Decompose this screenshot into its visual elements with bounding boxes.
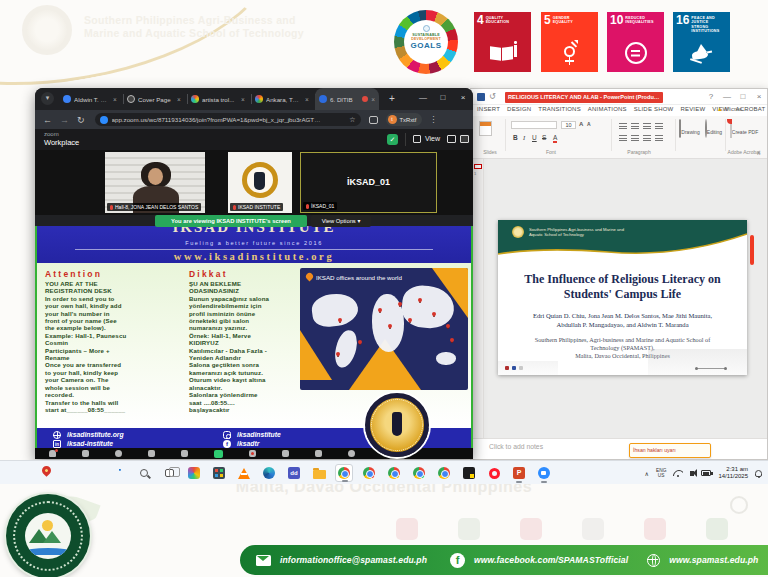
close-tab-icon[interactable]: × bbox=[371, 96, 375, 103]
tab-search-button[interactable]: ▾ bbox=[41, 92, 54, 105]
participant-video-1[interactable]: Hall-8, JONA JEAN DELOS SANTOS bbox=[105, 152, 205, 213]
chrome-profile-5-button[interactable] bbox=[435, 464, 453, 482]
opera-button[interactable] bbox=[485, 464, 503, 482]
ppt-scrollbar-thumb[interactable] bbox=[750, 235, 754, 265]
ppt-minimize-button[interactable]: — bbox=[719, 89, 735, 105]
participants-button[interactable] bbox=[148, 450, 155, 457]
underline-button[interactable]: U bbox=[532, 134, 537, 141]
vlc-button[interactable] bbox=[235, 464, 253, 482]
video-button[interactable] bbox=[82, 450, 89, 457]
powerpoint-button[interactable]: P bbox=[510, 464, 528, 482]
ppt-help-button[interactable]: ? bbox=[703, 89, 719, 105]
view-button[interactable]: View bbox=[425, 135, 440, 142]
strikethrough-button[interactable]: S bbox=[542, 134, 546, 141]
bullets-button[interactable] bbox=[619, 123, 627, 129]
chrome-button-active[interactable] bbox=[335, 464, 353, 482]
tab-5-active[interactable]: 6. DITIB × bbox=[315, 88, 379, 110]
share-screen-button[interactable] bbox=[214, 450, 223, 458]
participant-video-3-active[interactable]: İKSAD_01 İKSAD_01 bbox=[300, 152, 437, 213]
grow-font-button[interactable]: A bbox=[579, 121, 583, 127]
menu-slideshow[interactable]: SLIDE SHOW bbox=[634, 106, 674, 112]
volume-icon[interactable] bbox=[690, 471, 694, 476]
back-button[interactable]: ← bbox=[43, 115, 52, 125]
align-right-button[interactable] bbox=[643, 135, 651, 141]
chat-button[interactable] bbox=[181, 450, 188, 457]
minimize-meeting-icon[interactable] bbox=[447, 135, 456, 143]
slide-authors[interactable]: Edri Quian D. Chiu, Jona Jean M. Delos S… bbox=[498, 312, 747, 329]
record-button[interactable] bbox=[249, 450, 256, 457]
app-dd-button[interactable]: dd bbox=[285, 464, 303, 482]
pinned-widget-icon[interactable] bbox=[40, 464, 53, 477]
battery-icon[interactable] bbox=[701, 470, 711, 476]
search-button[interactable] bbox=[135, 464, 153, 482]
reload-button[interactable]: ↻ bbox=[77, 115, 85, 125]
meeting-security-icon[interactable]: ✓ bbox=[387, 134, 398, 145]
fullscreen-meeting-icon[interactable] bbox=[460, 135, 469, 143]
create-pdf-button[interactable]: Create PDF bbox=[728, 120, 760, 148]
bold-button[interactable]: B bbox=[513, 134, 518, 141]
chrome-profile-4-button[interactable] bbox=[410, 464, 428, 482]
title-slide[interactable]: Southern Philippines Agri-business and M… bbox=[498, 220, 747, 375]
font-color-button[interactable]: A bbox=[553, 134, 557, 143]
browser-menu-button[interactable]: ⋮ bbox=[429, 115, 437, 124]
new-slide-button[interactable] bbox=[479, 121, 492, 136]
ppt-maximize-button[interactable]: □ bbox=[735, 89, 751, 105]
new-tab-button[interactable]: + bbox=[385, 92, 399, 106]
participant-video-2[interactable]: IKSAD INSTITUTE bbox=[228, 152, 292, 213]
ppt-notes-pane[interactable]: Click to add notes İhsan hakları uyarı bbox=[471, 438, 767, 460]
drawing-button[interactable]: Drawing bbox=[678, 120, 701, 148]
collapse-ribbon-button[interactable]: ∧ bbox=[757, 149, 761, 156]
bookmark-star-icon[interactable]: ☆ bbox=[349, 116, 355, 124]
menu-design[interactable]: DESIGN bbox=[507, 106, 531, 112]
wifi-icon[interactable] bbox=[673, 470, 683, 477]
save-icon[interactable] bbox=[477, 93, 485, 101]
justify-button[interactable] bbox=[655, 135, 663, 141]
indent-button[interactable] bbox=[643, 123, 651, 129]
close-tab-icon[interactable]: × bbox=[241, 96, 245, 103]
font-name-box[interactable] bbox=[511, 121, 557, 129]
tab-4[interactable]: Ankara, Turk... × bbox=[251, 88, 315, 110]
apps-button[interactable] bbox=[315, 450, 322, 457]
more-button[interactable] bbox=[348, 450, 355, 457]
chrome-maximize-button[interactable]: □ bbox=[433, 88, 453, 110]
tab-2[interactable]: Cover Page × bbox=[123, 88, 187, 110]
close-tab-icon[interactable]: × bbox=[305, 96, 309, 103]
profile-chip[interactable]: t TxRxtf bbox=[386, 113, 423, 126]
language-indicator[interactable]: ENG US bbox=[656, 468, 666, 479]
slide-title[interactable]: The Influence of Religious Literacy on S… bbox=[498, 272, 747, 302]
italic-button[interactable]: I bbox=[523, 134, 525, 141]
undo-icon[interactable]: ↺ bbox=[489, 92, 496, 101]
task-view-button[interactable] bbox=[160, 464, 178, 482]
align-center-button[interactable] bbox=[631, 135, 639, 141]
menu-review[interactable]: REVIEW bbox=[680, 106, 705, 112]
notes-app-button[interactable] bbox=[460, 464, 478, 482]
mute-button[interactable] bbox=[49, 450, 56, 457]
notification-bell-icon[interactable] bbox=[755, 470, 762, 477]
align-left-button[interactable] bbox=[619, 135, 627, 141]
tab-group-icon[interactable] bbox=[369, 116, 378, 124]
menu-insert[interactable]: INSERT bbox=[477, 106, 500, 112]
file-explorer-button[interactable] bbox=[310, 464, 328, 482]
tab-3[interactable]: artista trol... × bbox=[187, 88, 251, 110]
reactions-button[interactable] bbox=[282, 450, 289, 457]
shrink-font-button[interactable]: A bbox=[587, 121, 591, 127]
chrome-profile-3-button[interactable] bbox=[385, 464, 403, 482]
font-size-box[interactable]: 10 bbox=[561, 121, 576, 129]
close-tab-icon[interactable]: × bbox=[113, 96, 117, 103]
photos-app-button[interactable] bbox=[185, 464, 203, 482]
tab-1[interactable]: Aldwin T. M... × bbox=[59, 88, 123, 110]
chrome-minimize-button[interactable]: — bbox=[413, 88, 433, 110]
office-app-button[interactable] bbox=[210, 464, 228, 482]
forward-button[interactable]: → bbox=[60, 115, 69, 125]
line-spacing-button[interactable] bbox=[655, 123, 663, 129]
tray-overflow-button[interactable]: ∧ bbox=[645, 470, 649, 477]
menu-animations[interactable]: ANIMATIONS bbox=[588, 106, 627, 112]
edge-button[interactable] bbox=[260, 464, 278, 482]
address-bar[interactable]: app.zoom.us/wc/87119314036/join?fromPWA=… bbox=[95, 113, 361, 126]
ppt-close-button[interactable]: × bbox=[751, 89, 767, 105]
slide-1-thumbnail[interactable] bbox=[474, 164, 482, 169]
numbering-button[interactable] bbox=[631, 123, 639, 129]
ppt-titlebar[interactable]: ↺ RELIGIOUS LITERACY AND ALAB - PowerPoi… bbox=[471, 89, 767, 105]
zoom-app-button[interactable] bbox=[535, 464, 553, 482]
activation-warning[interactable]: ▲ Micros... bbox=[717, 106, 747, 112]
